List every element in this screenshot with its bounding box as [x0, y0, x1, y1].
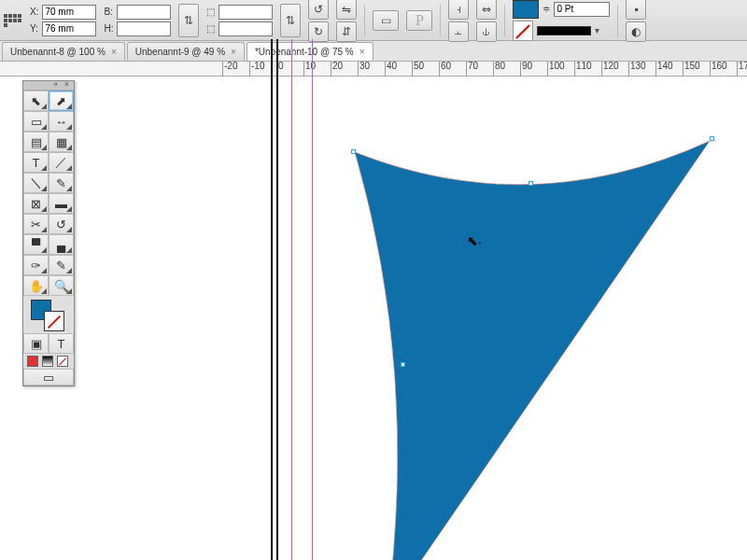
formatting-container-icon[interactable]: ▣ [23, 333, 49, 354]
x-input[interactable] [42, 5, 96, 20]
flip-v-icon[interactable]: ⇵ [336, 21, 357, 42]
note-tool[interactable]: ✑ [23, 255, 49, 275]
ruler-tick: 20 [331, 62, 343, 77]
content-place-tool[interactable]: ▦ [49, 132, 74, 152]
y-label: Y: [30, 23, 38, 34]
ruler-tick: 170 [737, 62, 747, 77]
opacity-icon[interactable]: ◐ [626, 21, 646, 42]
ruler-tick: 130 [628, 62, 646, 77]
w-input[interactable] [117, 5, 171, 20]
handle-t[interactable] [529, 181, 533, 186]
gradient-swatch-tool[interactable]: ▀ [23, 234, 49, 255]
constrain-scale-icon[interactable]: ⇅ [280, 4, 301, 37]
eyedropper-tool[interactable]: ✎ [49, 255, 74, 275]
ruler-tick: -10 [249, 62, 264, 77]
apply-row [23, 354, 74, 369]
handle-tl[interactable] [351, 149, 356, 154]
type-tool[interactable]: T [23, 152, 49, 173]
fill-stroke-proxy[interactable] [23, 296, 74, 333]
ruler-tick: 100 [547, 62, 565, 77]
x-label: X: [30, 7, 38, 17]
apply-none[interactable] [57, 356, 68, 367]
apply-gradient[interactable] [42, 356, 53, 367]
tab-0[interactable]: Unbenannt-8 @ 100 %× [2, 42, 125, 61]
ruler-tick: 140 [655, 62, 673, 77]
ruler-tick: 80 [493, 62, 505, 77]
direct-selection-tool[interactable]: ⬈ [49, 91, 74, 111]
tab-label: *Unbenannt-10 @ 75 % [255, 47, 354, 57]
page-edge-left [271, 39, 273, 560]
ruler-tick: 120 [601, 62, 619, 77]
selection-tool[interactable]: ⬉ [23, 91, 49, 111]
close-icon[interactable]: × [231, 47, 236, 57]
fill-swatch[interactable] [513, 0, 539, 19]
constrain-proportions-icon[interactable]: ⇅ [178, 4, 199, 37]
stroke-weight-input[interactable] [554, 2, 610, 17]
content-collect-tool[interactable]: ▤ [23, 132, 49, 152]
rectangle-tool[interactable]: ▬ [49, 193, 74, 214]
hand-tool[interactable]: ✋ [23, 275, 49, 296]
zoom-tool[interactable]: 🔍 [49, 275, 74, 296]
canvas[interactable]: ⬉▫ [0, 77, 747, 560]
scissors-tool[interactable]: ✂ [23, 214, 49, 234]
line-tool[interactable]: ／ [49, 152, 74, 173]
ruler-tick: 160 [710, 62, 727, 77]
free-transform-tool[interactable]: ↺ [49, 214, 74, 234]
stroke-step-icon[interactable]: ≑ [543, 4, 550, 14]
ruler-tick: -20 [222, 62, 237, 77]
ruler-tick: 150 [683, 62, 700, 77]
tools-panel-header[interactable] [23, 81, 74, 91]
fx-icon[interactable]: ▪ [626, 0, 646, 20]
view-mode-icon[interactable]: ▭ [23, 369, 74, 385]
scale-x-input[interactable] [218, 5, 273, 20]
ruler-tick: 90 [520, 62, 532, 77]
size-fields: B: H: [104, 5, 171, 36]
stroke-proxy[interactable] [44, 311, 64, 331]
tools-panel[interactable]: ⬉⬈▭↔▤▦T／＼✎⊠▬✂↺▀▄✑✎✋🔍 ▣ T ▭ [22, 80, 75, 386]
tab-label: Unbenannt-9 @ 49 % [135, 47, 225, 57]
document-tabs: Unbenannt-8 @ 100 %×Unbenannt-9 @ 49 %×*… [0, 41, 747, 62]
handle-tr[interactable] [710, 136, 714, 141]
handle-l[interactable] [401, 362, 405, 367]
flip-h-icon[interactable]: ⇋ [336, 0, 357, 20]
formatting-text-icon[interactable]: T [49, 333, 74, 354]
w-label: B: [104, 7, 113, 17]
align-2-icon[interactable]: ⫠ [448, 21, 469, 42]
tab-2[interactable]: *Unbenannt-10 @ 75 %× [247, 42, 374, 61]
ruler-tick: 40 [385, 62, 397, 77]
ruler-tick: 60 [439, 62, 451, 77]
position-fields: X: Y: [30, 5, 96, 36]
gradient-feather-tool[interactable]: ▄ [49, 234, 74, 255]
y-input[interactable] [42, 21, 96, 36]
selected-shape[interactable] [345, 138, 719, 560]
select-content-icon[interactable]: P [406, 10, 432, 31]
pencil-tool[interactable]: ✎ [49, 173, 74, 193]
stroke-style[interactable] [537, 26, 591, 35]
distribute-1-icon[interactable]: ⇔ [476, 0, 497, 20]
page-tool[interactable]: ▭ [23, 111, 49, 132]
stroke-swatch[interactable] [513, 21, 533, 41]
margin-guide-left-2 [312, 39, 313, 560]
ruler-horizontal: -20-100102030405060708090100110120130140… [0, 62, 747, 77]
gap-tool[interactable]: ↔ [49, 111, 74, 132]
reference-point-icon[interactable] [4, 14, 22, 27]
rotate-ccw-icon[interactable]: ↺ [308, 0, 329, 20]
align-1-icon[interactable]: ⫞ [448, 0, 469, 20]
tab-1[interactable]: Unbenannt-9 @ 49 %× [127, 42, 245, 61]
apply-color[interactable] [27, 356, 38, 367]
close-icon[interactable]: × [111, 47, 117, 57]
rectangle-frame-tool[interactable]: ⊠ [23, 193, 49, 214]
control-bar: X: Y: B: H: ⇅ ⬚ ⬚ ⇅ ↺ ↻ ⇋ ⇵ ▭ P ⫞ ⫠ ⇔ ⫝ … [0, 0, 747, 41]
distribute-2-icon[interactable]: ⫝ [476, 21, 497, 42]
page-spine [276, 39, 278, 560]
ruler-tick: 70 [466, 62, 478, 77]
stroke-style-menu-icon[interactable]: ▾ [595, 25, 599, 35]
margin-guide-left [291, 39, 292, 560]
close-icon[interactable]: × [359, 47, 365, 57]
ruler-tick: 30 [358, 62, 370, 77]
select-container-icon[interactable]: ▭ [373, 10, 399, 31]
h-input[interactable] [117, 21, 171, 36]
h-label: H: [104, 23, 113, 34]
pen-tool[interactable]: ＼ [23, 173, 49, 193]
scale-y-input[interactable] [218, 21, 273, 36]
